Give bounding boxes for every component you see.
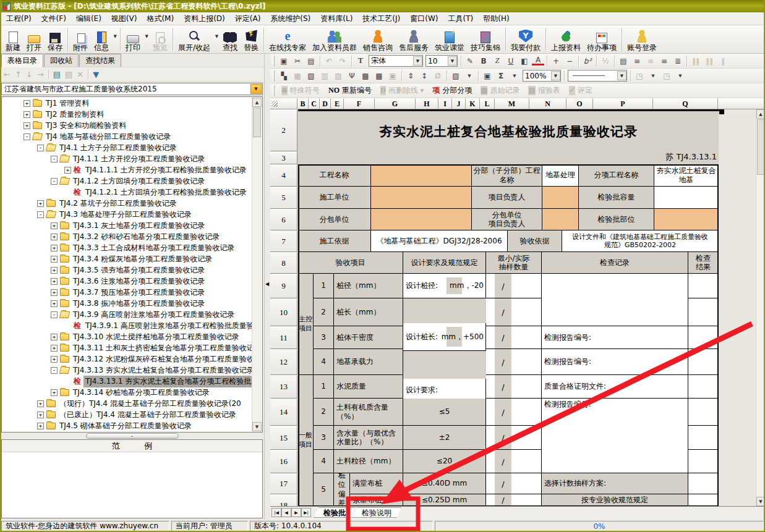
pile-deviation-label[interactable]: 桩位偏差 bbox=[334, 473, 350, 506]
item-number[interactable]: 3 bbox=[314, 426, 334, 450]
col-header-D[interactable]: D bbox=[320, 98, 331, 109]
col-header-E[interactable]: E bbox=[331, 98, 344, 109]
record-merged-soil[interactable]: 检测报告编号: bbox=[542, 399, 688, 473]
col-header-J[interactable]: J bbox=[452, 98, 466, 109]
font-color-icon[interactable]: A bbox=[532, 57, 544, 65]
copy-form-icon[interactable]: ▤ bbox=[65, 70, 72, 78]
collapse-icon[interactable]: - bbox=[37, 145, 44, 151]
tree-scroll-down-icon[interactable]: ▼ bbox=[252, 422, 262, 431]
row-header-13[interactable]: 13 bbox=[270, 375, 297, 399]
toolbar-grip2[interactable] bbox=[273, 70, 275, 82]
item-number[interactable]: 1 bbox=[314, 274, 334, 298]
toolbar-account-button[interactable]: 账号登录 bbox=[624, 27, 660, 53]
requirement-cell[interactable]: 设计桩径:mm，-20 bbox=[403, 274, 486, 298]
toolbar-tips-button[interactable]: 技巧集锦 bbox=[468, 27, 503, 53]
decrease-icon[interactable]: − bbox=[563, 56, 576, 67]
tree-item-1[interactable]: +TJ2 质量控制资料 bbox=[2, 109, 252, 120]
row-header-11[interactable]: 11 bbox=[270, 326, 297, 349]
subsection-value[interactable]: 地基处理 bbox=[542, 164, 579, 187]
tree-item-23[interactable]: +TJ4.3.12 水泥粉煤灰碎石桩复合地基分项工程质量验收记录 bbox=[2, 353, 252, 365]
left-tab-0[interactable]: 表格目录 bbox=[1, 54, 43, 67]
expand-icon[interactable]: + bbox=[51, 267, 58, 274]
tree-item-28[interactable]: +（已废止）TJ4.4 混凝土基础子分部工程质量验收记录 bbox=[2, 409, 252, 420]
toolbar-new-doc-button[interactable]: 新建 bbox=[2, 27, 24, 53]
align-distribute-icon[interactable]: ≣ bbox=[672, 56, 684, 67]
fraction-icon[interactable]: ½ bbox=[599, 56, 612, 67]
result-cell[interactable] bbox=[688, 450, 719, 473]
item-name[interactable]: 桩长（mm） bbox=[334, 298, 403, 326]
result-cell[interactable] bbox=[688, 298, 719, 326]
tree-item-14[interactable]: +TJ4.3.4 粉煤灰地基分项工程质量验收记录 bbox=[2, 253, 252, 264]
acceptance-basis-label[interactable]: 验收依据 bbox=[508, 230, 562, 252]
undo-icon[interactable]: ↶ bbox=[323, 56, 335, 67]
row-header-3[interactable]: 3 bbox=[270, 151, 297, 164]
pattern-2-icon[interactable]: ▩ bbox=[373, 70, 385, 82]
tree-item-20[interactable]: 检TJ4.3.9.1 高压喷射注浆地基分项工程检验批质量验收记录 bbox=[2, 320, 252, 331]
acceptance-basis-value[interactable]: 设计文件和《建筑地基基础工程施工质量验收 规范》GB50202-2002 bbox=[562, 230, 719, 252]
toolbar-join-group-button[interactable]: 加入资料员群 bbox=[309, 27, 360, 53]
tree-item-7[interactable]: -TJ4.1.2 土方回填分项工程质量验收记录 bbox=[2, 175, 252, 187]
sub-pm-label[interactable]: 分包单位 项目负责人 bbox=[472, 209, 542, 230]
shade-cells-icon[interactable]: ▨ bbox=[305, 70, 317, 82]
menu-item-3[interactable]: 视图(V) bbox=[106, 12, 142, 25]
group-general[interactable]: 一般项目 bbox=[298, 375, 314, 506]
cut-row-icon[interactable]: ▥ bbox=[318, 70, 331, 82]
construction-basis-value[interactable]: 《地基与基础工程》DGJ32/J28-2006 bbox=[371, 230, 508, 252]
row-header-6[interactable]: 6 bbox=[270, 209, 297, 230]
col-header-H[interactable]: H bbox=[416, 98, 438, 109]
item-number[interactable]: 4 bbox=[314, 450, 334, 473]
tree-item-6[interactable]: +检TJ4.1.1.1 土方开挖分项工程检验批质量验收记录 bbox=[2, 164, 252, 175]
result-cell[interactable] bbox=[688, 274, 719, 298]
horizontal-splitter[interactable]: ⌄ bbox=[0, 433, 264, 439]
item-name[interactable]: 水泥质量 bbox=[334, 375, 403, 399]
contractor-input[interactable] bbox=[371, 187, 472, 209]
record-merged-piles[interactable] bbox=[542, 274, 688, 326]
add-form-icon[interactable]: ▤ bbox=[53, 70, 61, 78]
result-cell[interactable] bbox=[688, 375, 719, 399]
toolbar-info-book-button[interactable]: 信息▼ bbox=[91, 27, 118, 53]
tree-item-2[interactable]: +TJ3 安全和功能检验资料 bbox=[2, 120, 252, 131]
left-tab-1[interactable]: 回收站 bbox=[44, 54, 79, 67]
sampling-value[interactable]: / bbox=[495, 375, 511, 399]
cut-icon[interactable]: ✂ bbox=[291, 56, 304, 67]
expand-icon[interactable]: + bbox=[24, 100, 30, 107]
tree-item-24[interactable]: -TJ4.3.13 夯实水泥土桩复合地基分项工程质量验收记录 bbox=[2, 365, 252, 376]
item-number[interactable]: 1 bbox=[314, 375, 334, 399]
batch-capacity-input[interactable] bbox=[654, 187, 719, 209]
dropdown-arrow-icon[interactable]: ▼ bbox=[215, 34, 218, 39]
col-header-C[interactable]: C bbox=[309, 98, 320, 109]
tree-item-11[interactable]: +TJ4.3.1 灰土地基分项工程质量验收记录 bbox=[2, 220, 252, 231]
tree-item-18[interactable]: +TJ4.3.8 振冲地基分项工程质量验收记录 bbox=[2, 298, 252, 309]
tree-item-8[interactable]: 检TJ4.1.2.1 土方回填分项工程检验批质量验收记录 bbox=[2, 187, 252, 198]
item-name[interactable]: 地基承载力 bbox=[334, 349, 403, 375]
expand-icon[interactable]: + bbox=[51, 278, 58, 285]
copy-icon[interactable]: ▣ bbox=[278, 56, 290, 67]
sheet-scroll-up-icon[interactable]: ▲ bbox=[756, 109, 765, 119]
font-name-select[interactable]: 宋体 ▼ bbox=[369, 55, 423, 67]
menu-item-5[interactable]: 资料上报(D) bbox=[179, 12, 230, 25]
system-select-dropdown-button[interactable]: ▼ bbox=[250, 84, 262, 94]
increase-icon[interactable]: + bbox=[550, 56, 562, 67]
shading-color-icon[interactable]: ◳ bbox=[660, 70, 673, 82]
superscript-icon[interactable]: b² bbox=[581, 56, 594, 67]
vertical-text-2-icon[interactable]: ∥∥ bbox=[703, 56, 716, 67]
menu-item-4[interactable]: 格式(M) bbox=[142, 12, 179, 25]
tree-item-15[interactable]: +TJ4.3.5 强夯地基分项工程质量验收记录 bbox=[2, 264, 252, 276]
custom-2-button[interactable]: Đ画删除线▼ bbox=[376, 85, 428, 97]
row-header-14[interactable]: 14 bbox=[270, 399, 297, 426]
nav-right-icon[interactable]: → bbox=[37, 70, 44, 78]
merge-left-icon[interactable]: ▧ bbox=[332, 70, 344, 82]
font-size-select[interactable]: 10 ▼ bbox=[425, 55, 458, 67]
item-number[interactable]: 2 bbox=[314, 399, 334, 426]
tree-scrollbar[interactable]: ▲ ▼ bbox=[252, 98, 262, 431]
sub-pm-input[interactable] bbox=[542, 209, 579, 230]
project-manager-label[interactable]: 项目负责人 bbox=[472, 187, 542, 209]
next-sheet-icon[interactable]: ▶ bbox=[291, 508, 301, 517]
sum-icon[interactable]: Σ bbox=[495, 70, 507, 82]
expand-icon[interactable]: + bbox=[51, 234, 58, 240]
subcontractor-label[interactable]: 分包单位 bbox=[298, 209, 371, 230]
result-cell[interactable] bbox=[688, 473, 719, 494]
expand-icon[interactable]: + bbox=[51, 389, 58, 396]
expand-icon[interactable]: + bbox=[51, 356, 58, 363]
col-header-I[interactable]: I bbox=[438, 98, 452, 109]
